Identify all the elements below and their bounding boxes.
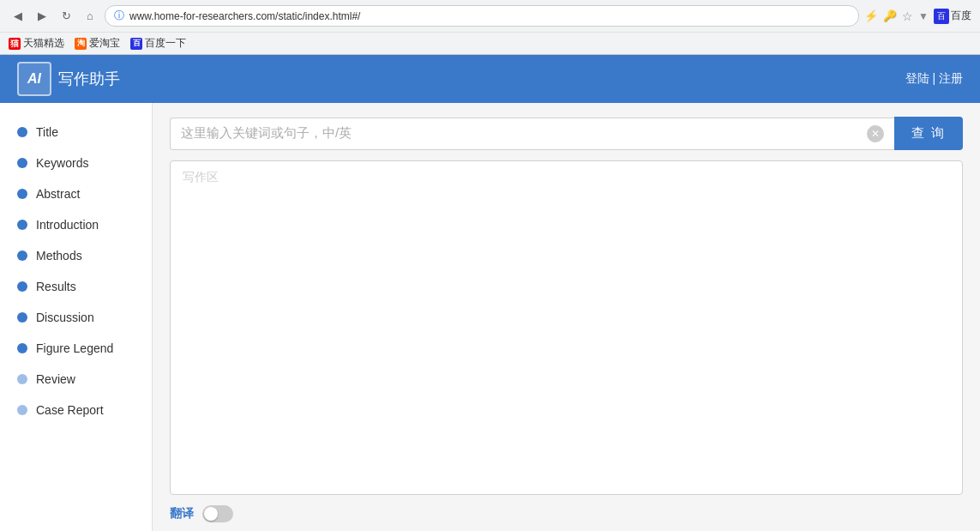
- lightning-icon: ⚡: [864, 9, 878, 22]
- baidu-logo: 百 百度: [934, 9, 971, 24]
- toggle-thumb: [204, 507, 218, 521]
- home-button[interactable]: ⌂: [81, 7, 99, 26]
- address-bar[interactable]: ⓘ www.home-for-researchers.com/static/in…: [105, 5, 859, 27]
- sidebar-item-case-report[interactable]: Case Report: [0, 395, 152, 425]
- dot-icon-abstract: [17, 189, 27, 199]
- expand-icon: ▼: [918, 10, 929, 22]
- sidebar-item-figure-legend[interactable]: Figure Legend: [0, 333, 152, 364]
- bookmark-taobao[interactable]: 淘 爱淘宝: [75, 36, 120, 51]
- tmcat-label: 天猫精选: [23, 36, 64, 51]
- translation-toggle[interactable]: [202, 505, 233, 522]
- logo-text: 写作助手: [58, 69, 120, 89]
- sidebar-label-results: Results: [36, 280, 76, 293]
- bookmark-tmcat[interactable]: 猫 天猫精选: [9, 36, 64, 51]
- taobao-icon: 淘: [75, 38, 87, 50]
- sidebar-item-review[interactable]: Review: [0, 364, 152, 395]
- sidebar-label-keywords: Keywords: [36, 156, 88, 170]
- sidebar-item-introduction[interactable]: Introduction: [0, 209, 152, 240]
- main-layout: Title Keywords Abstract Introduction Met…: [0, 103, 980, 531]
- writing-area[interactable]: 写作区: [170, 160, 963, 495]
- search-placeholder: 这里输入关键词或句子，中/英: [181, 125, 867, 142]
- translation-row: 翻译: [170, 505, 963, 522]
- baidu-bookmark-label: 百度一下: [145, 36, 186, 51]
- url-text: www.home-for-researchers.com/static/inde…: [129, 10, 850, 22]
- info-icon: ⓘ: [114, 9, 124, 23]
- sidebar-item-title[interactable]: Title: [0, 117, 152, 148]
- sidebar-item-results[interactable]: Results: [0, 271, 152, 302]
- dot-icon-title: [17, 127, 27, 137]
- logo-letter: AI: [27, 71, 41, 87]
- dot-icon-results: [17, 281, 27, 292]
- writing-area-placeholder: 写作区: [183, 170, 219, 184]
- dot-icon-review: [17, 374, 27, 384]
- browser-toolbar: ◀ ▶ ↻ ⌂ ⓘ www.home-for-researchers.com/s…: [0, 0, 980, 32]
- sidebar-label-case-report: Case Report: [36, 403, 104, 417]
- key-icon: 🔑: [883, 9, 897, 22]
- dot-icon-introduction: [17, 220, 27, 230]
- sidebar-item-keywords[interactable]: Keywords: [0, 148, 152, 178]
- bookmarks-bar: 猫 天猫精选 淘 爱淘宝 百 百度一下: [0, 32, 980, 54]
- search-bar: 这里输入关键词或句子，中/英 ✕ 查 询: [170, 117, 963, 150]
- dot-icon-figure-legend: [17, 343, 27, 353]
- sidebar-label-title: Title: [36, 125, 58, 139]
- dot-icon-keywords: [17, 158, 27, 168]
- logo-box: AI: [17, 62, 51, 96]
- bookmark-baidu[interactable]: 百 百度一下: [130, 36, 186, 51]
- dot-icon-case-report: [17, 405, 27, 415]
- dot-icon-discussion: [17, 312, 27, 323]
- sidebar-item-abstract[interactable]: Abstract: [0, 178, 152, 209]
- sidebar-label-figure-legend: Figure Legend: [36, 341, 113, 355]
- baidu-icon: 百: [934, 9, 949, 24]
- search-button[interactable]: 查 询: [894, 117, 963, 150]
- back-button[interactable]: ◀: [9, 7, 27, 26]
- sidebar-label-discussion: Discussion: [36, 311, 94, 324]
- taobao-label: 爱淘宝: [89, 36, 120, 51]
- logo-area: AI 写作助手: [17, 62, 120, 96]
- baidu-bookmark-icon: 百: [130, 38, 142, 50]
- tmcat-icon: 猫: [9, 38, 21, 50]
- dot-icon-methods: [17, 250, 27, 261]
- sidebar-item-discussion[interactable]: Discussion: [0, 302, 152, 333]
- refresh-button[interactable]: ↻: [57, 7, 75, 26]
- sidebar-label-review: Review: [36, 372, 75, 386]
- app-container: AI 写作助手 登陆 | 注册 Title Keywords Abstract: [0, 55, 980, 531]
- sidebar-item-methods[interactable]: Methods: [0, 240, 152, 271]
- sidebar-label-introduction: Introduction: [36, 218, 99, 232]
- top-nav: AI 写作助手 登陆 | 注册: [0, 55, 980, 103]
- browser-chrome: ◀ ▶ ↻ ⌂ ⓘ www.home-for-researchers.com/s…: [0, 0, 980, 55]
- baidu-text: 百度: [951, 9, 971, 23]
- nav-right: 登陆 | 注册: [905, 71, 963, 87]
- sidebar-label-methods: Methods: [36, 249, 82, 262]
- clear-button[interactable]: ✕: [867, 125, 884, 142]
- translation-label: 翻译: [170, 506, 194, 522]
- content-area: 这里输入关键词或句子，中/英 ✕ 查 询 写作区 翻译: [153, 103, 980, 531]
- forward-button[interactable]: ▶: [33, 7, 51, 26]
- search-input-wrap[interactable]: 这里输入关键词或句子，中/英 ✕: [170, 118, 894, 150]
- sidebar-label-abstract: Abstract: [36, 187, 80, 201]
- sidebar: Title Keywords Abstract Introduction Met…: [0, 103, 153, 531]
- login-register-link[interactable]: 登陆 | 注册: [905, 71, 963, 85]
- star-icon[interactable]: ☆: [902, 9, 913, 23]
